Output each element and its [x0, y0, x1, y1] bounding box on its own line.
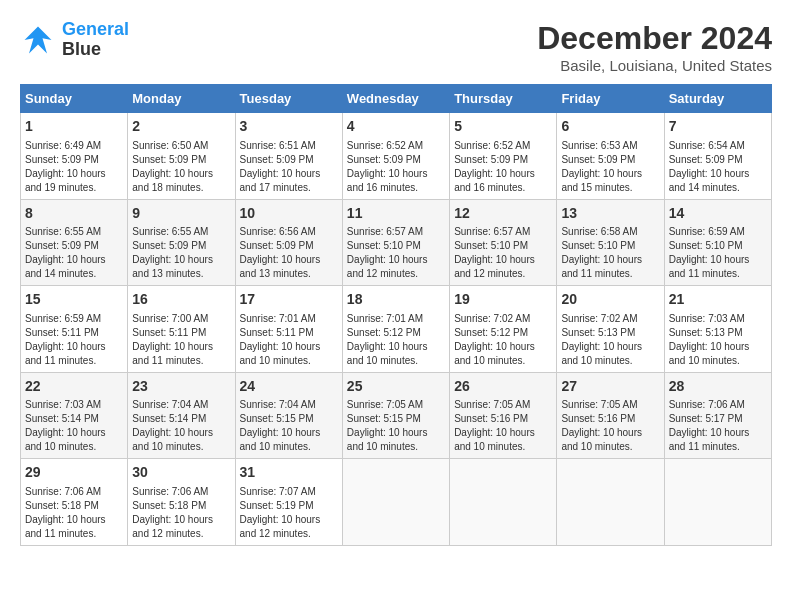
day-info: Sunrise: 6:51 AM Sunset: 5:09 PM Dayligh…	[240, 139, 338, 195]
week-row-1: 1Sunrise: 6:49 AM Sunset: 5:09 PM Daylig…	[21, 113, 772, 200]
day-info: Sunrise: 7:04 AM Sunset: 5:15 PM Dayligh…	[240, 398, 338, 454]
weekday-header-saturday: Saturday	[664, 85, 771, 113]
calendar-cell: 4Sunrise: 6:52 AM Sunset: 5:09 PM Daylig…	[342, 113, 449, 200]
calendar-cell: 10Sunrise: 6:56 AM Sunset: 5:09 PM Dayli…	[235, 199, 342, 286]
month-title: December 2024	[537, 20, 772, 57]
day-number: 8	[25, 204, 123, 224]
day-number: 9	[132, 204, 230, 224]
day-info: Sunrise: 7:02 AM Sunset: 5:13 PM Dayligh…	[561, 312, 659, 368]
calendar-cell: 30Sunrise: 7:06 AM Sunset: 5:18 PM Dayli…	[128, 459, 235, 546]
calendar-cell: 25Sunrise: 7:05 AM Sunset: 5:15 PM Dayli…	[342, 372, 449, 459]
page-header: GeneralBlue December 2024 Basile, Louisi…	[20, 20, 772, 74]
calendar-cell: 7Sunrise: 6:54 AM Sunset: 5:09 PM Daylig…	[664, 113, 771, 200]
calendar-cell: 21Sunrise: 7:03 AM Sunset: 5:13 PM Dayli…	[664, 286, 771, 373]
day-info: Sunrise: 7:02 AM Sunset: 5:12 PM Dayligh…	[454, 312, 552, 368]
weekday-header-tuesday: Tuesday	[235, 85, 342, 113]
day-number: 17	[240, 290, 338, 310]
day-number: 20	[561, 290, 659, 310]
day-info: Sunrise: 6:50 AM Sunset: 5:09 PM Dayligh…	[132, 139, 230, 195]
calendar-cell	[450, 459, 557, 546]
calendar-cell: 19Sunrise: 7:02 AM Sunset: 5:12 PM Dayli…	[450, 286, 557, 373]
day-number: 15	[25, 290, 123, 310]
weekday-header-friday: Friday	[557, 85, 664, 113]
title-block: December 2024 Basile, Louisiana, United …	[537, 20, 772, 74]
day-info: Sunrise: 6:59 AM Sunset: 5:10 PM Dayligh…	[669, 225, 767, 281]
calendar-cell: 23Sunrise: 7:04 AM Sunset: 5:14 PM Dayli…	[128, 372, 235, 459]
day-number: 29	[25, 463, 123, 483]
weekday-header-row: SundayMondayTuesdayWednesdayThursdayFrid…	[21, 85, 772, 113]
calendar-cell: 2Sunrise: 6:50 AM Sunset: 5:09 PM Daylig…	[128, 113, 235, 200]
weekday-header-monday: Monday	[128, 85, 235, 113]
svg-marker-0	[25, 26, 52, 53]
day-number: 22	[25, 377, 123, 397]
calendar-cell	[557, 459, 664, 546]
calendar-cell: 16Sunrise: 7:00 AM Sunset: 5:11 PM Dayli…	[128, 286, 235, 373]
day-number: 21	[669, 290, 767, 310]
calendar-cell: 17Sunrise: 7:01 AM Sunset: 5:11 PM Dayli…	[235, 286, 342, 373]
day-info: Sunrise: 6:58 AM Sunset: 5:10 PM Dayligh…	[561, 225, 659, 281]
calendar-cell: 20Sunrise: 7:02 AM Sunset: 5:13 PM Dayli…	[557, 286, 664, 373]
day-info: Sunrise: 6:55 AM Sunset: 5:09 PM Dayligh…	[132, 225, 230, 281]
calendar-cell: 6Sunrise: 6:53 AM Sunset: 5:09 PM Daylig…	[557, 113, 664, 200]
weekday-header-sunday: Sunday	[21, 85, 128, 113]
day-number: 5	[454, 117, 552, 137]
calendar-cell: 5Sunrise: 6:52 AM Sunset: 5:09 PM Daylig…	[450, 113, 557, 200]
day-info: Sunrise: 7:05 AM Sunset: 5:16 PM Dayligh…	[454, 398, 552, 454]
logo-text: GeneralBlue	[62, 20, 129, 60]
day-info: Sunrise: 7:05 AM Sunset: 5:16 PM Dayligh…	[561, 398, 659, 454]
calendar-cell: 12Sunrise: 6:57 AM Sunset: 5:10 PM Dayli…	[450, 199, 557, 286]
calendar-cell: 9Sunrise: 6:55 AM Sunset: 5:09 PM Daylig…	[128, 199, 235, 286]
day-info: Sunrise: 7:01 AM Sunset: 5:11 PM Dayligh…	[240, 312, 338, 368]
calendar-cell: 3Sunrise: 6:51 AM Sunset: 5:09 PM Daylig…	[235, 113, 342, 200]
day-info: Sunrise: 6:57 AM Sunset: 5:10 PM Dayligh…	[454, 225, 552, 281]
day-info: Sunrise: 7:03 AM Sunset: 5:13 PM Dayligh…	[669, 312, 767, 368]
day-info: Sunrise: 7:07 AM Sunset: 5:19 PM Dayligh…	[240, 485, 338, 541]
day-number: 7	[669, 117, 767, 137]
calendar-cell	[664, 459, 771, 546]
day-info: Sunrise: 6:49 AM Sunset: 5:09 PM Dayligh…	[25, 139, 123, 195]
week-row-5: 29Sunrise: 7:06 AM Sunset: 5:18 PM Dayli…	[21, 459, 772, 546]
day-number: 26	[454, 377, 552, 397]
week-row-3: 15Sunrise: 6:59 AM Sunset: 5:11 PM Dayli…	[21, 286, 772, 373]
day-number: 14	[669, 204, 767, 224]
day-info: Sunrise: 7:03 AM Sunset: 5:14 PM Dayligh…	[25, 398, 123, 454]
day-number: 28	[669, 377, 767, 397]
calendar-cell: 24Sunrise: 7:04 AM Sunset: 5:15 PM Dayli…	[235, 372, 342, 459]
calendar-cell	[342, 459, 449, 546]
day-info: Sunrise: 7:04 AM Sunset: 5:14 PM Dayligh…	[132, 398, 230, 454]
calendar-cell: 22Sunrise: 7:03 AM Sunset: 5:14 PM Dayli…	[21, 372, 128, 459]
day-number: 23	[132, 377, 230, 397]
location-subtitle: Basile, Louisiana, United States	[537, 57, 772, 74]
day-number: 25	[347, 377, 445, 397]
day-info: Sunrise: 6:55 AM Sunset: 5:09 PM Dayligh…	[25, 225, 123, 281]
day-info: Sunrise: 6:52 AM Sunset: 5:09 PM Dayligh…	[347, 139, 445, 195]
week-row-4: 22Sunrise: 7:03 AM Sunset: 5:14 PM Dayli…	[21, 372, 772, 459]
day-number: 30	[132, 463, 230, 483]
day-number: 11	[347, 204, 445, 224]
day-info: Sunrise: 6:52 AM Sunset: 5:09 PM Dayligh…	[454, 139, 552, 195]
day-info: Sunrise: 7:06 AM Sunset: 5:18 PM Dayligh…	[25, 485, 123, 541]
day-number: 19	[454, 290, 552, 310]
calendar-cell: 28Sunrise: 7:06 AM Sunset: 5:17 PM Dayli…	[664, 372, 771, 459]
day-number: 3	[240, 117, 338, 137]
calendar-cell: 11Sunrise: 6:57 AM Sunset: 5:10 PM Dayli…	[342, 199, 449, 286]
day-info: Sunrise: 6:56 AM Sunset: 5:09 PM Dayligh…	[240, 225, 338, 281]
calendar-cell: 8Sunrise: 6:55 AM Sunset: 5:09 PM Daylig…	[21, 199, 128, 286]
day-info: Sunrise: 6:57 AM Sunset: 5:10 PM Dayligh…	[347, 225, 445, 281]
day-number: 2	[132, 117, 230, 137]
day-number: 27	[561, 377, 659, 397]
calendar-cell: 26Sunrise: 7:05 AM Sunset: 5:16 PM Dayli…	[450, 372, 557, 459]
day-info: Sunrise: 6:54 AM Sunset: 5:09 PM Dayligh…	[669, 139, 767, 195]
day-info: Sunrise: 7:01 AM Sunset: 5:12 PM Dayligh…	[347, 312, 445, 368]
day-number: 12	[454, 204, 552, 224]
day-number: 24	[240, 377, 338, 397]
weekday-header-wednesday: Wednesday	[342, 85, 449, 113]
day-number: 10	[240, 204, 338, 224]
day-number: 4	[347, 117, 445, 137]
calendar-cell: 14Sunrise: 6:59 AM Sunset: 5:10 PM Dayli…	[664, 199, 771, 286]
calendar-cell: 27Sunrise: 7:05 AM Sunset: 5:16 PM Dayli…	[557, 372, 664, 459]
day-number: 16	[132, 290, 230, 310]
day-info: Sunrise: 7:06 AM Sunset: 5:17 PM Dayligh…	[669, 398, 767, 454]
calendar-cell: 15Sunrise: 6:59 AM Sunset: 5:11 PM Dayli…	[21, 286, 128, 373]
day-number: 18	[347, 290, 445, 310]
